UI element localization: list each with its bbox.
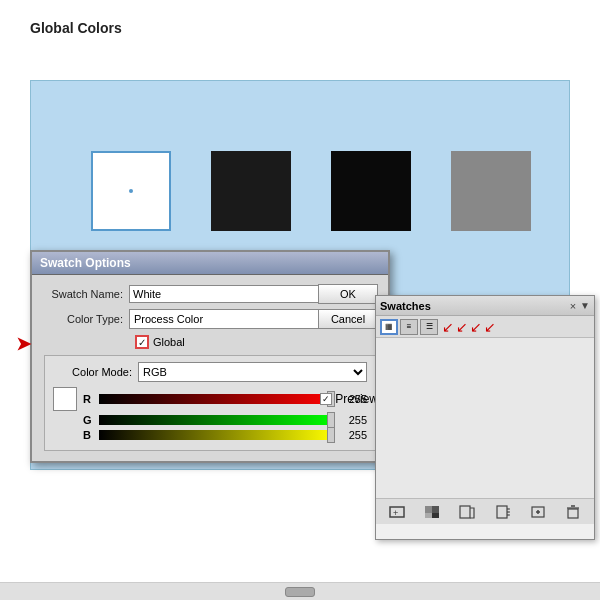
b-channel-row: B 255 (53, 429, 367, 441)
svg-text:+: + (393, 508, 398, 518)
footer-swatch-options[interactable] (528, 503, 548, 521)
dialog-title-bar: Swatch Options (32, 252, 388, 275)
swatch-options-dialog: Swatch Options OK Cancel Swatch Name: Co… (30, 250, 390, 463)
panel-red-arrow-4: ↙ (484, 320, 496, 334)
global-label: Global (153, 336, 185, 348)
panel-tool-list-small[interactable]: ≡ (400, 319, 418, 335)
svg-rect-7 (497, 506, 507, 518)
footer-new-swatch[interactable]: + (387, 503, 407, 521)
color-mode-select[interactable]: RGB CMYK (138, 362, 367, 382)
global-checkbox-row: Global ➤ (44, 335, 376, 349)
footer-add-swatch[interactable] (422, 503, 442, 521)
color-mode-row: Color Mode: RGB CMYK (53, 362, 367, 382)
panel-content (376, 338, 594, 498)
panel-title-bar: Swatches × ▼ (376, 296, 594, 316)
swatch-white[interactable] (91, 151, 171, 231)
panel-red-arrow-3: ↙ (470, 320, 482, 334)
global-checkbox[interactable] (135, 335, 149, 349)
swatch-gray[interactable] (451, 151, 531, 231)
panel-red-arrow-2: ↙ (456, 320, 468, 334)
svg-rect-3 (432, 506, 439, 513)
svg-rect-14 (568, 509, 578, 518)
g-slider-thumb[interactable] (327, 412, 335, 428)
color-preview-box (53, 387, 77, 411)
swatch-center-dot (129, 189, 133, 193)
panel-toolbar: ▦ ≡ ☰ ↙ ↙ ↙ ↙ (376, 316, 594, 338)
footer-delete-swatch[interactable] (563, 503, 583, 521)
dialog-title: Swatch Options (40, 256, 131, 270)
svg-rect-6 (460, 506, 470, 518)
b-slider-thumb[interactable] (327, 427, 335, 443)
red-arrow-global: ➤ (16, 333, 31, 355)
r-channel-letter: R (83, 393, 95, 405)
red-arrows-panel: ↙ ↙ ↙ ↙ (442, 320, 496, 334)
panel-title-text: Swatches (380, 300, 570, 312)
panel-red-arrow-1: ↙ (442, 320, 454, 334)
g-channel-value: 255 (339, 414, 367, 426)
bottom-scrollbar (0, 582, 600, 600)
color-mode-label: Color Mode: (53, 366, 138, 378)
color-type-label: Color Type: (44, 313, 129, 325)
footer-import[interactable] (457, 503, 477, 521)
panel-tool-list-large[interactable]: ☰ (420, 319, 438, 335)
ok-button[interactable]: OK (318, 284, 378, 304)
swatches-panel: Swatches × ▼ ▦ ≡ ☰ ↙ ↙ ↙ ↙ + (375, 295, 595, 540)
swatch-black2[interactable] (331, 151, 411, 231)
preview-label: Preview (335, 392, 378, 406)
b-channel-slider[interactable] (99, 430, 335, 440)
svg-rect-4 (425, 513, 432, 518)
scroll-thumb[interactable] (285, 587, 315, 597)
page-title: Global Colors (30, 20, 122, 36)
preview-checkbox[interactable] (320, 393, 332, 405)
panel-footer: + (376, 498, 594, 524)
g-channel-row: G 255 (53, 414, 367, 426)
b-channel-letter: B (83, 429, 95, 441)
panel-tool-grid[interactable]: ▦ (380, 319, 398, 335)
r-channel-slider[interactable] (99, 394, 335, 404)
footer-export[interactable] (493, 503, 513, 521)
svg-rect-5 (432, 513, 439, 518)
b-channel-value: 255 (339, 429, 367, 441)
cancel-button[interactable]: Cancel (318, 309, 378, 329)
panel-close-button[interactable]: × (570, 300, 576, 312)
g-channel-letter: G (83, 414, 95, 426)
swatch-name-label: Swatch Name: (44, 288, 129, 300)
preview-row: Preview (320, 392, 378, 406)
panel-menu-button[interactable]: ▼ (580, 300, 590, 311)
dialog-buttons: OK Cancel (318, 284, 378, 334)
swatch-black1[interactable] (211, 151, 291, 231)
g-channel-slider[interactable] (99, 415, 335, 425)
svg-rect-2 (425, 506, 432, 513)
